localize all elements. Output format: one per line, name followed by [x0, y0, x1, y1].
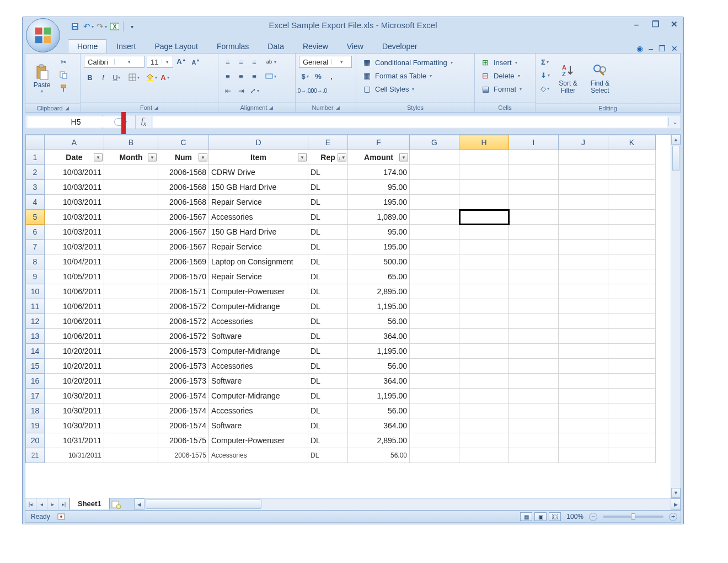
cell-J13[interactable]	[559, 329, 608, 344]
view-page-break-button[interactable]: ⿴	[549, 512, 561, 521]
column-header-K[interactable]: K	[608, 135, 656, 150]
cell-D5[interactable]: Accessories	[209, 210, 308, 225]
row-header-20[interactable]: 20	[26, 433, 45, 448]
cell-H7[interactable]	[459, 240, 509, 254]
tab-review[interactable]: Review	[293, 39, 338, 53]
cell-G7[interactable]	[410, 240, 459, 254]
font-dialog-launcher[interactable]: ◢	[154, 105, 158, 110]
cell-F7[interactable]: 195.00	[348, 240, 410, 254]
cell-B14[interactable]	[104, 344, 158, 359]
cell-C11[interactable]: 2006-1572	[158, 299, 209, 314]
row-header-9[interactable]: 9	[26, 269, 45, 284]
cell-E14[interactable]: DL	[308, 344, 348, 359]
zoom-in-button[interactable]: +	[669, 513, 677, 521]
font-name-combo[interactable]: Calibri▾	[84, 56, 144, 68]
cell-I6[interactable]	[509, 225, 559, 240]
cell-E12[interactable]: DL	[308, 314, 348, 329]
cell-D1[interactable]: Item▼	[209, 150, 308, 165]
cell-B9[interactable]	[104, 269, 158, 284]
increase-font-button[interactable]: A▲	[175, 56, 188, 68]
cell-K13[interactable]	[608, 329, 656, 344]
cell-D20[interactable]: Computer-Poweruser	[209, 433, 308, 448]
cell-C20[interactable]: 2006-1575	[158, 433, 209, 448]
align-center-button[interactable]: ≡	[235, 70, 247, 82]
scroll-left-button[interactable]: ◀	[135, 498, 144, 510]
vertical-scrollbar[interactable]: ▲ ▼	[671, 135, 681, 498]
cell-J19[interactable]	[559, 418, 608, 433]
align-right-button[interactable]: ≡	[248, 70, 260, 82]
cell-D2[interactable]: CDRW Drive	[209, 165, 308, 180]
cell-D18[interactable]: Accessories	[209, 403, 308, 418]
row-header-16[interactable]: 16	[26, 374, 45, 389]
row-header-13[interactable]: 13	[26, 329, 45, 344]
column-header-B[interactable]: B	[104, 135, 158, 150]
cell-A18[interactable]: 10/30/2011	[45, 403, 104, 418]
cell-F9[interactable]: 65.00	[348, 269, 410, 284]
sheet-nav-next[interactable]: ▸	[47, 498, 58, 510]
cell-B13[interactable]	[104, 329, 158, 344]
cell-K5[interactable]	[608, 210, 656, 225]
cell-G12[interactable]	[410, 314, 459, 329]
row-header-10[interactable]: 10	[26, 284, 45, 299]
cell-F6[interactable]: 95.00	[348, 225, 410, 240]
cell-A16[interactable]: 10/20/2011	[45, 374, 104, 389]
qat-redo-button[interactable]: ↷	[95, 20, 108, 33]
filter-button-F[interactable]: ▼	[399, 153, 408, 162]
cell-styles-button[interactable]: ▢Cell Styles▾	[360, 82, 471, 95]
name-box[interactable]: ▾	[25, 115, 103, 129]
tab-data[interactable]: Data	[258, 39, 293, 53]
cell-J7[interactable]	[559, 240, 608, 254]
format-painter-button[interactable]	[57, 82, 69, 94]
cell-A8[interactable]: 10/04/2011	[45, 254, 104, 269]
fill-color-button[interactable]	[146, 71, 158, 83]
qat-undo-button[interactable]: ↶	[82, 20, 94, 33]
column-header-E[interactable]: E	[308, 135, 348, 150]
cell-H14[interactable]	[459, 344, 509, 359]
view-page-layout-button[interactable]: ▣	[534, 512, 547, 521]
scroll-down-button[interactable]: ▼	[671, 488, 681, 498]
cell-E6[interactable]: DL	[308, 225, 348, 240]
cell-H12[interactable]	[459, 314, 509, 329]
cell-G21[interactable]	[410, 448, 459, 463]
cell-A1[interactable]: Date▼	[45, 150, 104, 165]
horizontal-scrollbar[interactable]: ◀ ▶	[134, 498, 681, 510]
cell-B6[interactable]	[104, 225, 158, 240]
cell-A2[interactable]: 10/03/2011	[45, 165, 104, 180]
cell-I12[interactable]	[509, 314, 559, 329]
cell-C8[interactable]: 2006-1569	[158, 254, 209, 269]
cell-C7[interactable]: 2006-1567	[158, 240, 209, 254]
qat-save-button[interactable]	[69, 20, 81, 33]
cell-K10[interactable]	[608, 284, 656, 299]
cell-G8[interactable]	[410, 254, 459, 269]
tab-developer[interactable]: Developer	[373, 39, 427, 53]
align-bottom-button[interactable]: ≡	[248, 56, 260, 68]
cell-I15[interactable]	[509, 359, 559, 374]
cell-B3[interactable]	[104, 180, 158, 195]
column-header-A[interactable]: A	[45, 135, 104, 150]
view-normal-button[interactable]: ▦	[520, 512, 532, 521]
merge-center-button[interactable]	[265, 70, 277, 82]
find-select-button[interactable]: Find & Select	[585, 56, 615, 101]
cell-K11[interactable]	[608, 299, 656, 314]
cell-C2[interactable]: 2006-1568	[158, 165, 209, 180]
insert-cells-button[interactable]: ⊞Insert▾	[478, 56, 532, 69]
cell-H1[interactable]	[459, 150, 509, 165]
cell-F16[interactable]: 364.00	[348, 374, 410, 389]
cell-A6[interactable]: 10/03/2011	[45, 225, 104, 240]
conditional-formatting-button[interactable]: ▦Conditional Formatting▾	[360, 56, 471, 69]
qat-excel-icon-button[interactable]: X	[109, 20, 121, 33]
scroll-up-button[interactable]: ▲	[671, 135, 681, 145]
cell-J6[interactable]	[559, 225, 608, 240]
column-header-J[interactable]: J	[559, 135, 608, 150]
decrease-decimal-button[interactable]: .00→.0	[312, 84, 324, 97]
sheet-nav-last[interactable]: ▸|	[58, 498, 69, 510]
cell-C13[interactable]: 2006-1572	[158, 329, 209, 344]
cell-B1[interactable]: Month▼	[104, 150, 158, 165]
cell-I3[interactable]	[509, 180, 559, 195]
cell-J12[interactable]	[559, 314, 608, 329]
cell-E13[interactable]: DL	[308, 329, 348, 344]
cell-G15[interactable]	[410, 359, 459, 374]
row-header-1[interactable]: 1	[26, 150, 45, 165]
cell-A14[interactable]: 10/20/2011	[45, 344, 104, 359]
zoom-slider[interactable]	[603, 516, 663, 518]
